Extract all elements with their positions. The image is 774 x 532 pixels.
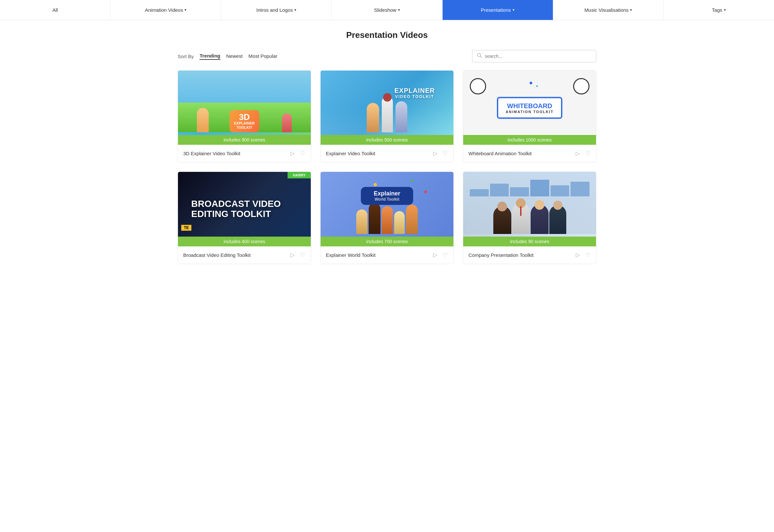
card-thumbnail[interactable]: includes 90 scenes [463,172,596,246]
card-title: Explainer World Toolkit [326,252,376,258]
nav-label: Animation Videos [145,7,183,13]
card-title: 3D Explainer Video Toolkit [183,151,241,156]
play-button[interactable]: ▷ [432,251,438,259]
nav-item-slideshow[interactable]: Slideshow▾ [332,0,442,20]
nav-item-tags[interactable]: Tags▾ [664,0,774,20]
svg-line-1 [480,56,482,58]
scene-badge: includes 700 scenes [321,237,453,246]
card-thumbnail[interactable]: EXPLAINER VIDEO TOOLKIT includes 500 sce… [321,71,453,145]
nav-label: Intros and Logos [256,7,293,13]
card-actions: ▷ ♡ [290,251,306,259]
card-actions: ▷ ♡ [575,149,591,158]
card-card-whiteboard: WHITEBOARD ANIMATION TOOLKIT includes 10… [463,70,597,162]
card-footer: 3D Explainer Video Toolkit ▷ ♡ [178,145,311,162]
card-card-company: includes 90 scenes Company Presentation … [463,172,597,264]
nav-label: Tags [712,7,722,13]
card-card-world: Explainer World Toolkit includes 700 sce… [320,172,454,264]
page-title: Presentation Videos [177,30,597,40]
card-actions: ▷ ♡ [432,251,448,259]
chevron-down-icon: ▾ [295,8,296,12]
search-icon [477,53,482,59]
card-actions: ▷ ♡ [432,149,448,158]
favorite-button[interactable]: ♡ [442,149,448,158]
thumb-inner: EXPLAINER VIDEO TOOLKIT [321,71,453,145]
chevron-down-icon: ▾ [513,8,514,12]
chevron-down-icon: ▾ [724,8,726,12]
scene-badge: includes 900 scenes [178,135,311,145]
nav-item-all[interactable]: All [0,0,110,20]
play-button[interactable]: ▷ [575,251,580,259]
nav-label: Presentations [481,7,511,13]
card-card-explainer: EXPLAINER VIDEO TOOLKIT includes 500 sce… [320,70,454,162]
nav-item-animation-videos[interactable]: Animation Videos▾ [110,0,221,20]
thumb-inner: 3D EXPLAINER TOOLKIT [178,71,311,145]
nav-label: Slideshow [374,7,396,13]
thumb-inner: HARRY BROADCAST VIDEOEDITING TOOLKIT TE [178,172,311,246]
card-card-broadcast: HARRY BROADCAST VIDEOEDITING TOOLKIT TE … [177,172,311,264]
card-title: Broadcast Video Editing Toolkit [183,252,251,258]
card-thumbnail[interactable]: HARRY BROADCAST VIDEOEDITING TOOLKIT TE … [178,172,311,246]
card-footer: Explainer Video Toolkit ▷ ♡ [321,145,453,162]
nav-label: Music Visualisations [584,7,629,13]
sort-option-trending[interactable]: Trending [200,53,220,60]
card-card-3d: 3D EXPLAINER TOOLKIT includes 900 scenes… [177,70,311,162]
card-title: Explainer Video Toolkit [326,151,375,156]
sort-option-newest[interactable]: Newest [227,53,243,59]
nav-item-intros-logos[interactable]: Intros and Logos▾ [221,0,332,20]
play-button[interactable]: ▷ [290,251,295,259]
favorite-button[interactable]: ♡ [299,251,306,259]
chevron-down-icon: ▾ [398,8,400,12]
thumb-inner: WHITEBOARD ANIMATION TOOLKIT [463,71,596,145]
card-actions: ▷ ♡ [575,251,591,259]
chevron-down-icon: ▾ [184,8,186,12]
nav-label: All [52,7,58,13]
card-footer: Whiteboard Animation Toolkit ▷ ♡ [463,145,596,162]
thumb-inner [463,172,596,246]
scene-badge: includes 500 scenes [321,135,453,145]
card-grid: 3D EXPLAINER TOOLKIT includes 900 scenes… [177,70,597,264]
card-actions: ▷ ♡ [290,149,306,158]
page-content: Presentation Videos Sort By TrendingNewe… [168,20,606,274]
card-thumbnail[interactable]: WHITEBOARD ANIMATION TOOLKIT includes 10… [463,71,596,145]
sort-option-most-popular[interactable]: Most Popular [249,53,278,59]
favorite-button[interactable]: ♡ [442,251,448,259]
main-nav: AllAnimation Videos▾Intros and Logos▾Sli… [0,0,774,20]
svg-point-0 [478,54,481,57]
card-footer: Explainer World Toolkit ▷ ♡ [321,246,453,264]
thumb-inner: Explainer World Toolkit [321,172,453,246]
nav-item-music-visualisations[interactable]: Music Visualisations▾ [553,0,664,20]
favorite-button[interactable]: ♡ [585,251,591,259]
card-footer: Company Presentation Toolkit ▷ ♡ [463,246,596,264]
chevron-down-icon: ▾ [630,8,632,12]
favorite-button[interactable]: ♡ [299,149,306,158]
scene-badge: includes 400 scenes [178,237,311,246]
search-box [472,50,597,62]
sort-label: Sort By [177,54,193,59]
play-button[interactable]: ▷ [432,149,438,158]
scene-badge: includes 1000 scenes [463,135,596,145]
nav-item-presentations[interactable]: Presentations▾ [443,0,553,20]
card-thumbnail[interactable]: 3D EXPLAINER TOOLKIT includes 900 scenes [178,71,311,145]
search-input[interactable] [485,54,592,59]
toolbar: Sort By TrendingNewestMost Popular [177,50,597,62]
card-thumbnail[interactable]: Explainer World Toolkit includes 700 sce… [321,172,453,246]
scene-badge: includes 90 scenes [463,237,596,246]
favorite-button[interactable]: ♡ [585,149,591,158]
play-button[interactable]: ▷ [290,149,295,158]
card-title: Whiteboard Animation Toolkit [468,151,531,156]
sort-bar: Sort By TrendingNewestMost Popular [177,53,278,60]
card-title: Company Presentation Toolkit [468,252,533,258]
play-button[interactable]: ▷ [575,149,580,158]
card-footer: Broadcast Video Editing Toolkit ▷ ♡ [178,246,311,264]
